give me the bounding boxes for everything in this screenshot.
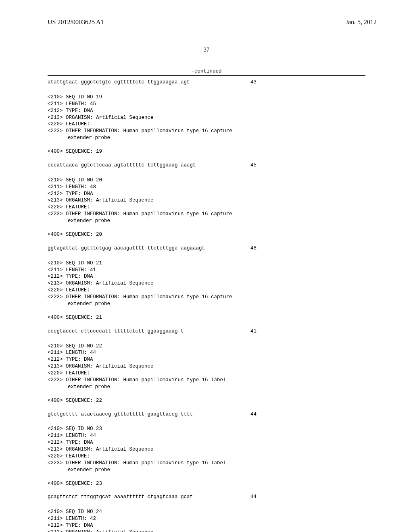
other-info-line: <223> OTHER INFORMATION: Human papilloma… (48, 128, 365, 135)
sequence-header-line: <400> SEQUENCE: 22 (48, 397, 365, 404)
sequence-header-line: <400> SEQUENCE: 21 (48, 314, 365, 321)
length-line: <211> LENGTH: 44 (48, 432, 365, 439)
seq-id-line: <210> SEQ ID NO 20 (48, 177, 365, 184)
organism-line: <213> ORGANISM: Artificial Sequence (48, 446, 365, 453)
sequence-row: cccattaaca ggtcttccaa agtatttttc tcttgga… (48, 162, 365, 169)
sequence-row: gtctgctttt atactaaccg gtttcttttt gaagtta… (48, 411, 365, 418)
length-line: <211> LENGTH: 41 (48, 267, 365, 274)
sequence-row: ggtagattat ggtttctgag aacagatttt ttctctt… (48, 245, 365, 252)
sequence-length: 44 (250, 494, 257, 501)
feature-line: <220> FEATURE: (48, 370, 365, 377)
type-line: <212> TYPE: DNA (48, 522, 365, 529)
sequence-block: <210> SEQ ID NO 21 <211> LENGTH: 41 <212… (48, 260, 365, 335)
feature-line: <220> FEATURE: (48, 287, 365, 294)
sequence-block: <210> SEQ ID NO 23 <211> LENGTH: 44 <212… (48, 426, 365, 501)
length-line: <211> LENGTH: 44 (48, 349, 365, 356)
length-line: <211> LENGTH: 48 (48, 184, 365, 191)
seq-id-line: <210> SEQ ID NO 22 (48, 343, 365, 350)
organism-line: <213> ORGANISM: Artificial Sequence (48, 363, 365, 370)
publication-date: Jan. 5, 2012 (346, 19, 377, 26)
page-header: US 2012/0003625 A1 Jan. 5, 2012 (0, 0, 413, 26)
type-line: <212> TYPE: DNA (48, 273, 365, 280)
other-info-line: <223> OTHER INFORMATION: Human papilloma… (48, 377, 365, 384)
sequence-text: ggtagattat ggtttctgag aacagatttt ttctctt… (48, 245, 205, 252)
sequence-row: cccgtaccct cttccccatt tttttctctt ggaagga… (48, 328, 365, 335)
sequence-row: gcagttctct tttggtgcat aaaatttttt ctgagtc… (48, 494, 365, 501)
other-info-line: <223> OTHER INFORMATION: Human papilloma… (48, 211, 365, 218)
other-info-line-2: extender probe (48, 218, 365, 224)
type-line: <212> TYPE: DNA (48, 108, 365, 114)
other-info-line-2: extender probe (48, 467, 365, 474)
sequence-header-line: <400> SEQUENCE: 19 (48, 148, 365, 155)
other-info-line: <223> OTHER INFORMATION: Human papilloma… (48, 460, 365, 467)
seq-id-line: <210> SEQ ID NO 24 (48, 509, 365, 515)
continued-label: -continued (0, 69, 413, 74)
other-info-line: <223> OTHER INFORMATION: Human papilloma… (48, 294, 365, 301)
feature-line: <220> FEATURE: (48, 121, 365, 128)
sequence-length: 43 (250, 79, 257, 86)
other-info-line-2: extender probe (48, 135, 365, 141)
sequence-block: <210> SEQ ID NO 20 <211> LENGTH: 48 <212… (48, 177, 365, 252)
organism-line: <213> ORGANISM: Artificial Sequence (48, 197, 365, 204)
sequence-length: 44 (250, 411, 257, 418)
other-info-line-2: extender probe (48, 301, 365, 308)
sequence-text: cccgtaccct cttccccatt tttttctctt ggaagga… (48, 328, 184, 335)
sequence-text: atattgtaat gggctctgtc cgtttttctc ttggaaa… (48, 79, 190, 86)
feature-line: <220> FEATURE: (48, 204, 365, 211)
organism-line: <213> ORGANISM: Artificial Sequence (48, 529, 365, 532)
sequence-length: 48 (250, 245, 257, 252)
page-number: 37 (0, 47, 413, 53)
publication-number: US 2012/0003625 A1 (48, 19, 104, 26)
organism-line: <213> ORGANISM: Artificial Sequence (48, 280, 365, 287)
type-line: <212> TYPE: DNA (48, 439, 365, 446)
sequence-row: atattgtaat gggctctgtc cgtttttctc ttggaaa… (48, 79, 365, 86)
sequence-text: cccattaaca ggtcttccaa agtatttttc tcttgga… (48, 162, 196, 169)
sequence-block: <210> SEQ ID NO 22 <211> LENGTH: 44 <212… (48, 343, 365, 418)
type-line: <212> TYPE: DNA (48, 191, 365, 197)
seq-id-line: <210> SEQ ID NO 21 (48, 260, 365, 267)
sequence-header-line: <400> SEQUENCE: 20 (48, 231, 365, 238)
sequence-header-line: <400> SEQUENCE: 23 (48, 480, 365, 487)
seq-id-line: <210> SEQ ID NO 23 (48, 426, 365, 432)
sequence-length: 45 (250, 162, 257, 169)
sequence-length: 41 (250, 328, 257, 335)
seq-id-line: <210> SEQ ID NO 19 (48, 94, 365, 101)
organism-line: <213> ORGANISM: Artificial Sequence (48, 114, 365, 121)
sequence-text: gtctgctttt atactaaccg gtttcttttt gaagtta… (48, 411, 193, 418)
other-info-line-2: extender probe (48, 384, 365, 391)
feature-line: <220> FEATURE: (48, 453, 365, 460)
sequence-block: <210> SEQ ID NO 24 <211> LENGTH: 42 <212… (48, 509, 365, 532)
sequence-text: gcagttctct tttggtgcat aaaatttttt ctgagtc… (48, 494, 193, 501)
length-line: <211> LENGTH: 45 (48, 101, 365, 108)
sequence-listing-content: atattgtaat gggctctgtc cgtttttctc ttggaaa… (0, 76, 413, 532)
sequence-block: <210> SEQ ID NO 19 <211> LENGTH: 45 <212… (48, 94, 365, 169)
length-line: <211> LENGTH: 42 (48, 515, 365, 522)
type-line: <212> TYPE: DNA (48, 356, 365, 363)
